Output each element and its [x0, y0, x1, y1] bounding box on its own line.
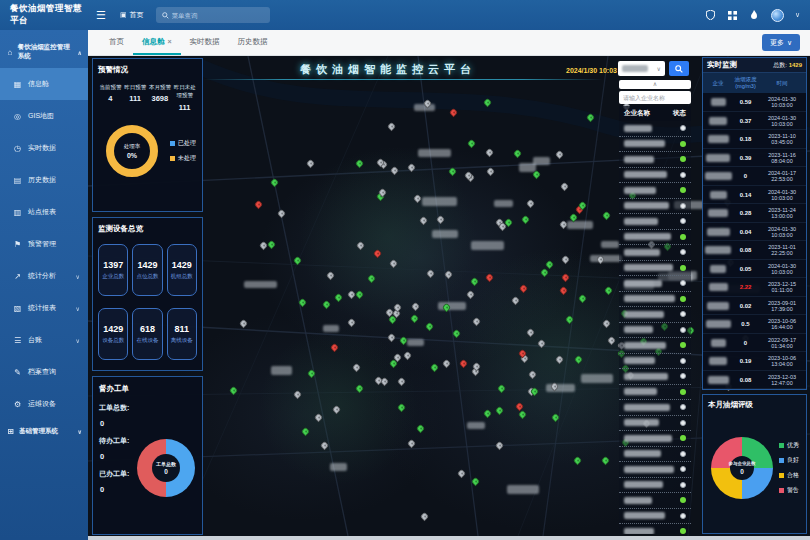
realtime-row[interactable]: 0.082023-12-03 12:47:00: [703, 371, 806, 389]
company-row[interactable]: [619, 214, 691, 230]
concentration-value: 0.28: [733, 210, 758, 216]
sidebar-item-档案查询[interactable]: ✎档案查询: [0, 356, 88, 388]
device-card-机组总数[interactable]: 1429机组总数: [167, 244, 197, 296]
company-row[interactable]: [619, 276, 691, 292]
company-row[interactable]: [619, 478, 691, 494]
company-search-input[interactable]: [619, 91, 691, 104]
device-card-点位总数[interactable]: 1429点位总数: [132, 244, 162, 296]
sidebar-item-label: 实时数据: [28, 143, 56, 153]
company-row[interactable]: [619, 369, 691, 385]
sidebar-item-台账[interactable]: ☰台账∨: [0, 324, 88, 356]
company-row[interactable]: [619, 292, 691, 308]
realtime-row[interactable]: 0.372024-01-30 10:03:00: [703, 112, 806, 131]
device-card-离线设备[interactable]: 811离线设备: [167, 308, 197, 360]
company-row[interactable]: [619, 137, 691, 153]
sidebar-group-monitor-system[interactable]: ⌂ 餐饮油烟监控管理系统 ∧: [0, 36, 88, 68]
company-row[interactable]: [619, 447, 691, 463]
realtime-row[interactable]: 0.192023-10-06 13:04:00: [703, 352, 806, 371]
company-name-redacted: [710, 191, 727, 199]
company-row[interactable]: [619, 524, 691, 534]
sidebar-item-预警管理[interactable]: ⚑预警管理: [0, 228, 88, 260]
company-row[interactable]: [619, 183, 691, 199]
realtime-row[interactable]: 0.182023-11-10 03:45:00: [703, 130, 806, 149]
company-row[interactable]: [619, 307, 691, 323]
tab-首页[interactable]: 首页: [100, 30, 133, 55]
company-row[interactable]: [619, 121, 691, 137]
company-row[interactable]: [619, 261, 691, 277]
realtime-row[interactable]: 02024-01-17 22:53:00: [703, 167, 806, 186]
company-row[interactable]: [619, 199, 691, 215]
device-card-设备总数[interactable]: 1429设备总数: [98, 308, 128, 360]
chevron-down-icon: ∨: [76, 305, 80, 312]
sidebar-item-统计分析[interactable]: ↗统计分析∨: [0, 260, 88, 292]
realtime-company-cell: [703, 357, 733, 365]
realtime-row[interactable]: 0.142024-01-30 10:03:00: [703, 186, 806, 205]
sidebar-item-信息舱[interactable]: ▦信息舱: [0, 68, 88, 100]
close-icon[interactable]: ×: [168, 38, 172, 45]
company-row[interactable]: [619, 354, 691, 370]
timestamp: 2023-11-10 03:45:00: [758, 133, 806, 145]
company-select[interactable]: ∨: [618, 61, 665, 76]
company-row[interactable]: [619, 385, 691, 401]
sidebar-item-站点报表[interactable]: ▥站点报表: [0, 196, 88, 228]
company-row[interactable]: [619, 230, 691, 246]
timestamp: 2023-11-01 22:25:00: [758, 244, 806, 256]
sidebar-item-实时数据[interactable]: ◷实时数据: [0, 132, 88, 164]
donut-center-label: 工单总数: [156, 461, 176, 467]
company-row[interactable]: [619, 245, 691, 261]
sidebar-group-base-system[interactable]: ⊞ 基础管理系统 ∨: [0, 420, 88, 443]
realtime-row[interactable]: 0.52023-10-06 16:44:00: [703, 315, 806, 334]
tab-历史数据[interactable]: 历史数据: [229, 30, 277, 55]
realtime-row[interactable]: 0.392023-11-16 08:04:00: [703, 149, 806, 168]
company-row[interactable]: [619, 400, 691, 416]
sidebar-item-GIS地图[interactable]: ◎GIS地图: [0, 100, 88, 132]
sidebar-item-历史数据[interactable]: ▤历史数据: [0, 164, 88, 196]
tab-实时数据[interactable]: 实时数据: [181, 30, 229, 55]
company-row[interactable]: [619, 323, 691, 339]
breadcrumb[interactable]: ▣ 首页: [120, 10, 144, 20]
company-row[interactable]: [619, 416, 691, 432]
sidebar-menu: ▦信息舱◎GIS地图◷实时数据▤历史数据▥站点报表⚑预警管理↗统计分析∨▧统计报…: [0, 68, 88, 420]
chevron-down-icon: ∨: [77, 428, 82, 435]
legend-item: 合格: [779, 471, 799, 480]
realtime-row[interactable]: 0.052024-01-30 10:03:00: [703, 260, 806, 279]
shield-icon[interactable]: [705, 10, 716, 21]
company-row[interactable]: [619, 338, 691, 354]
realtime-row[interactable]: 02022-09-17 01:34:00: [703, 334, 806, 353]
sidebar-group-label: 餐饮油烟监控管理系统: [18, 43, 73, 61]
menu-search-input[interactable]: [172, 12, 262, 19]
realtime-row[interactable]: 0.592024-01-30 10:03:00: [703, 93, 806, 112]
tab-信息舱[interactable]: 信息舱×: [133, 30, 181, 55]
realtime-row[interactable]: 0.022023-09-01 17:39:00: [703, 297, 806, 316]
company-row[interactable]: [619, 509, 691, 525]
map-poi-label-redacted: [244, 281, 277, 288]
company-row[interactable]: [619, 431, 691, 447]
user-avatar[interactable]: [771, 9, 784, 22]
alarm-panel: 预警情况 当前预警4昨日预警111本月预警3698昨日未处 理预警111 处理率…: [92, 58, 203, 212]
sidebar-item-统计报表[interactable]: ▧统计报表∨: [0, 292, 88, 324]
company-name-redacted: [624, 481, 663, 488]
realtime-row[interactable]: 0.042024-01-30 10:03:00: [703, 223, 806, 242]
device-card-在线设备[interactable]: 618在线设备: [132, 308, 162, 360]
hamburger-menu-icon[interactable]: ☰: [96, 9, 106, 22]
realtime-row[interactable]: 0.082023-11-01 22:25:00: [703, 241, 806, 260]
collapse-bar[interactable]: ∧: [619, 80, 691, 89]
stat-analysis-icon: ↗: [13, 272, 22, 281]
company-row[interactable]: [619, 462, 691, 478]
sidebar-item-label: 档案查询: [28, 367, 56, 377]
device-card-企业总数[interactable]: 1397企业总数: [98, 244, 128, 296]
sidebar-item-运维设备[interactable]: ⚙运维设备: [0, 388, 88, 420]
realtime-row[interactable]: 2.222023-12-15 01:11:00: [703, 278, 806, 297]
grid-icon[interactable]: [727, 10, 738, 21]
realtime-row[interactable]: 0.282023-11-24 13:00:00: [703, 204, 806, 223]
map-search-button[interactable]: [669, 61, 689, 76]
chevron-down-icon[interactable]: ∨: [795, 11, 800, 19]
company-name-redacted: [710, 265, 726, 273]
more-button[interactable]: 更多 ∨: [762, 34, 800, 51]
company-row[interactable]: [619, 152, 691, 168]
company-row[interactable]: [619, 493, 691, 509]
menu-search: [156, 7, 270, 23]
company-row[interactable]: [619, 168, 691, 184]
flame-icon[interactable]: [749, 10, 760, 21]
status-dot-gray: [680, 451, 686, 457]
